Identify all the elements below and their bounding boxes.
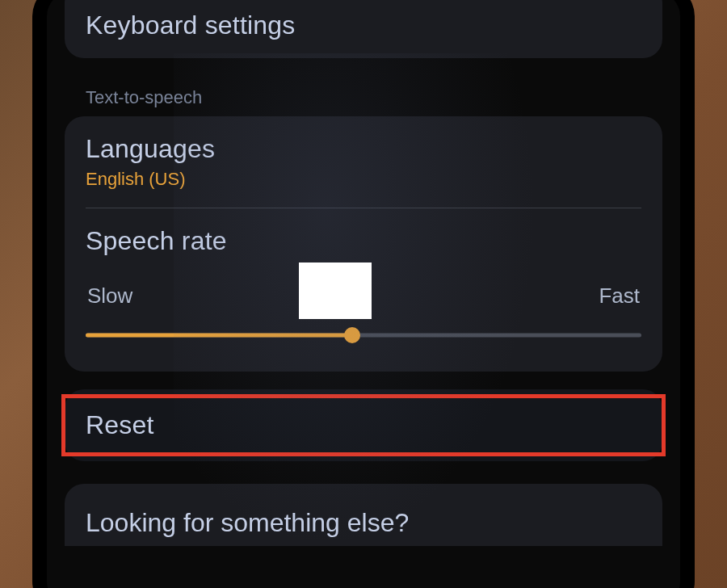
fast-label: Fast [599,284,640,309]
tts-section-label: Text-to-speech [65,76,662,116]
reset-title: Reset [86,410,641,440]
keyboard-settings-title: Keyboard settings [86,10,641,40]
tts-card: Languages English (US) Speech rate Slow … [65,116,662,372]
slider-thumb[interactable] [344,327,360,343]
keyboard-card: Keyboard settings [65,0,662,58]
languages-title: Languages [86,134,641,164]
languages-value: English (US) [86,169,641,190]
reset-row[interactable]: Reset [65,389,662,461]
speech-rate-title: Speech rate [86,226,641,256]
slow-label: Slow [87,284,132,309]
looking-for-title: Looking for something else? [86,508,641,538]
keyboard-settings-row[interactable]: Keyboard settings [65,0,662,58]
redaction-block [299,262,372,319]
slider-fill [86,334,352,338]
looking-for-card[interactable]: Looking for something else? [65,484,662,546]
languages-row[interactable]: Languages English (US) [65,116,662,208]
speech-rate-slider[interactable] [86,323,641,347]
